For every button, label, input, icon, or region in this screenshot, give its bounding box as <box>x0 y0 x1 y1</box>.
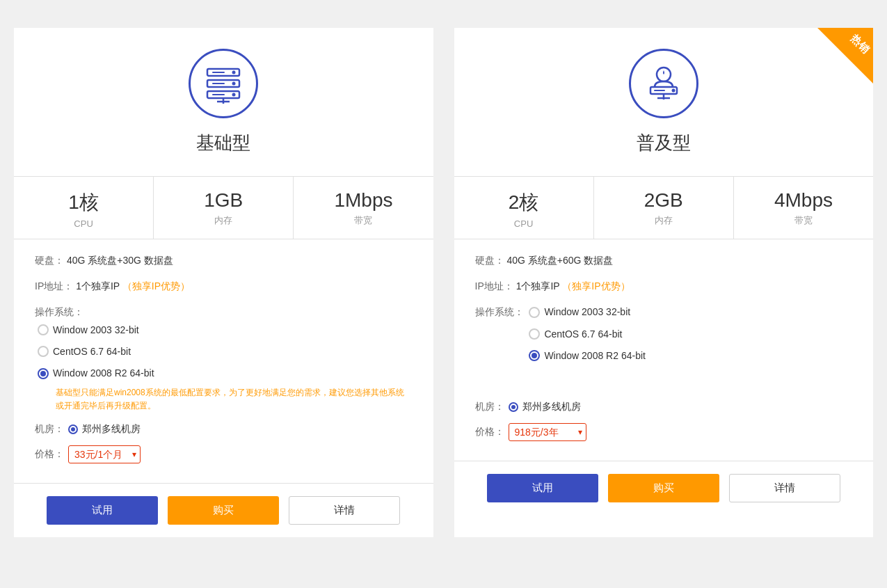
ip-info: IP地址： 1个独享IP （独享IP优势） <box>35 278 413 295</box>
disk-label: 硬盘： <box>35 255 64 266</box>
card-header: 普及型 <box>454 28 874 176</box>
card-popular: 热销 普及型 2核 CPU 2GB 内存 4Mbps 带宽 <box>454 28 874 537</box>
warning-text: 基础型只能满足win2008系统的最低配置要求，为了更好地满足您的需求，建议您选… <box>56 386 413 413</box>
os-label: Window 2008 R2 64-bit <box>53 365 154 382</box>
price-select[interactable]: 918元/3年336元/1年168元/6个月59元/1个月 <box>509 423 586 441</box>
price-info: 价格： 918元/3年336元/1年168元/6个月59元/1个月 <box>475 423 853 441</box>
spec-item: 1Mbps 带宽 <box>294 177 433 239</box>
radio-button[interactable] <box>38 346 49 357</box>
spec-label: CPU <box>461 218 586 229</box>
card-title: 普及型 <box>637 131 691 155</box>
card-title: 基础型 <box>196 131 250 155</box>
product-icon <box>629 49 698 118</box>
buy-button[interactable]: 购买 <box>168 496 279 525</box>
disk-label: 硬盘： <box>475 255 504 266</box>
hot-badge <box>817 28 873 84</box>
radio-button[interactable] <box>38 324 49 335</box>
svg-point-1 <box>232 71 236 74</box>
os-info: 操作系统： Window 2003 32-bit CentOS 6.7 64-b… <box>475 303 853 391</box>
ip-value: 1个独享IP <box>76 280 120 292</box>
price-select[interactable]: 33元/1个月66元/2个月99元/3个月330元/年 <box>68 445 141 463</box>
datacenter-radio[interactable] <box>509 402 518 412</box>
ip-label: IP地址： <box>35 280 73 292</box>
datacenter-label: 机房： <box>475 401 504 413</box>
trial-button[interactable]: 试用 <box>47 496 158 525</box>
detail-button[interactable]: 详情 <box>289 496 400 525</box>
disk-info: 硬盘： 40G 系统盘+30G 数据盘 <box>35 252 413 269</box>
spec-value: 1核 <box>21 189 146 216</box>
os-label: Window 2008 R2 64-bit <box>544 347 646 365</box>
ip-label: IP地址： <box>475 280 513 292</box>
radio-button[interactable] <box>529 307 540 318</box>
disk-value: 40G 系统盘+30G 数据盘 <box>67 255 173 266</box>
ip-info: IP地址： 1个独享IP （独享IP优势） <box>475 278 853 295</box>
spec-value: 1Mbps <box>301 189 426 212</box>
disk-info: 硬盘： 40G 系统盘+60G 数据盘 <box>475 252 853 269</box>
price-select-wrapper[interactable]: 918元/3年336元/1年168元/6个月59元/1个月 <box>509 423 586 441</box>
os-option[interactable]: Window 2003 32-bit <box>529 303 646 321</box>
spec-label: 带宽 <box>741 214 866 227</box>
price-label: 价格： <box>475 426 504 438</box>
os-label: CentOS 6.7 64-bit <box>544 326 622 343</box>
spec-label: 带宽 <box>301 214 426 227</box>
svg-point-3 <box>232 82 236 86</box>
os-options-group: Window 2003 32-bit CentOS 6.7 64-bit Win… <box>38 321 413 413</box>
card-body: 硬盘： 40G 系统盘+60G 数据盘 IP地址： 1个独享IP （独享IP优势… <box>454 239 874 461</box>
os-option[interactable]: CentOS 6.7 64-bit <box>38 343 413 360</box>
datacenter-value: 郑州多线机房 <box>522 401 581 413</box>
specs-row: 2核 CPU 2GB 内存 4Mbps 带宽 <box>454 176 874 239</box>
spec-value: 4Mbps <box>741 189 866 212</box>
spec-value: 2GB <box>601 189 726 212</box>
os-label: Window 2003 32-bit <box>53 321 139 339</box>
card-body: 硬盘： 40G 系统盘+30G 数据盘 IP地址： 1个独享IP （独享IP优势… <box>14 239 433 483</box>
price-label: 价格： <box>35 448 64 461</box>
cards-container: 基础型 1核 CPU 1GB 内存 1Mbps 带宽 硬盘： 40G 系统盘+3… <box>14 28 873 537</box>
os-info: 操作系统： Window 2003 32-bit CentOS 6.7 64-b… <box>35 303 413 413</box>
os-options-group: Window 2003 32-bit CentOS 6.7 64-bit Win… <box>529 303 646 391</box>
os-option[interactable]: Window 2008 R2 64-bit <box>529 347 646 365</box>
os-label-title: 操作系统： <box>35 306 83 317</box>
detail-button[interactable]: 详情 <box>729 474 840 502</box>
spec-item: 1GB 内存 <box>154 177 294 239</box>
datacenter-info: 机房： 郑州多线机房 <box>35 423 413 436</box>
datacenter-radio[interactable] <box>68 424 78 434</box>
card-header: 基础型 <box>14 28 433 176</box>
spec-value: 1GB <box>161 189 286 212</box>
svg-point-13 <box>671 89 675 93</box>
spec-item: 2核 CPU <box>454 177 594 239</box>
ip-link[interactable]: （独享IP优势） <box>562 280 630 292</box>
spec-item: 4Mbps 带宽 <box>734 177 873 239</box>
os-option[interactable]: Window 2008 R2 64-bit <box>38 365 413 382</box>
specs-row: 1核 CPU 1GB 内存 1Mbps 带宽 <box>14 176 433 239</box>
os-label: CentOS 6.7 64-bit <box>53 343 131 360</box>
datacenter-value: 郑州多线机房 <box>82 423 141 436</box>
radio-button[interactable] <box>529 350 540 361</box>
datacenter-label: 机房： <box>35 423 64 436</box>
radio-button[interactable] <box>529 328 540 340</box>
datacenter-info: 机房： 郑州多线机房 <box>475 401 853 413</box>
product-icon <box>189 49 258 118</box>
spec-item: 2GB 内存 <box>594 177 734 239</box>
buy-button[interactable]: 购买 <box>608 474 719 502</box>
radio-button[interactable] <box>38 368 49 379</box>
card-basic: 基础型 1核 CPU 1GB 内存 1Mbps 带宽 硬盘： 40G 系统盘+3… <box>14 28 433 537</box>
spec-label: 内存 <box>161 214 286 227</box>
card-footer: 试用 购买 详情 <box>14 483 433 537</box>
price-info: 价格： 33元/1个月66元/2个月99元/3个月330元/年 <box>35 445 413 463</box>
price-select-wrapper[interactable]: 33元/1个月66元/2个月99元/3个月330元/年 <box>68 445 141 463</box>
ip-link[interactable]: （独享IP优势） <box>122 280 190 292</box>
ip-value: 1个独享IP <box>516 280 560 292</box>
trial-button[interactable]: 试用 <box>487 474 598 502</box>
spec-label: 内存 <box>601 214 726 227</box>
os-label-title: 操作系统： <box>475 306 524 317</box>
disk-value: 40G 系统盘+60G 数据盘 <box>506 255 613 266</box>
spec-label: CPU <box>21 218 146 229</box>
card-footer: 试用 购买 详情 <box>454 461 874 515</box>
os-label: Window 2003 32-bit <box>544 303 630 321</box>
spec-value: 2核 <box>461 189 586 216</box>
os-option[interactable]: Window 2003 32-bit <box>38 321 413 339</box>
svg-point-5 <box>232 93 236 97</box>
os-option[interactable]: CentOS 6.7 64-bit <box>529 326 646 343</box>
spec-item: 1核 CPU <box>14 177 154 239</box>
